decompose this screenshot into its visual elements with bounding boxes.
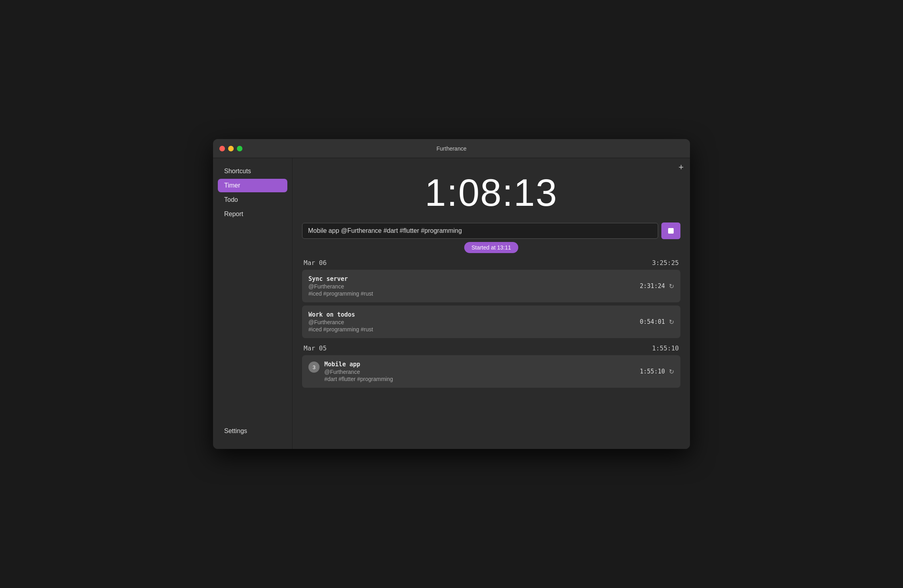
task-card-right: 0:54:01 ↻	[640, 318, 674, 326]
task-tags: #iced #programming #rust	[308, 326, 373, 333]
task-input[interactable]	[302, 223, 658, 239]
titlebar: Furtherance	[213, 139, 690, 158]
sidebar-nav: Shortcuts Timer Todo Report	[213, 164, 292, 424]
task-card-left: Work on todos @Furtherance #iced #progra…	[308, 311, 373, 333]
task-duration: 1:55:10	[640, 368, 665, 375]
date-header-mar06: Mar 06 3:25:25	[302, 259, 680, 267]
task-info: Sync server @Furtherance #iced #programm…	[308, 275, 373, 297]
task-card-left: Sync server @Furtherance #iced #programm…	[308, 275, 373, 297]
task-name: Mobile app	[324, 361, 393, 368]
task-card-sync-server[interactable]: Sync server @Furtherance #iced #programm…	[302, 270, 680, 302]
task-name: Work on todos	[308, 311, 373, 318]
add-button[interactable]: +	[678, 163, 684, 172]
stop-button[interactable]	[661, 222, 680, 239]
task-info: Mobile app @Furtherance #dart #flutter #…	[324, 361, 393, 382]
sidebar: Shortcuts Timer Todo Report Settings	[213, 158, 293, 449]
traffic-lights	[219, 146, 242, 151]
repeat-icon[interactable]: ↻	[669, 318, 674, 326]
task-card-work-todos[interactable]: Work on todos @Furtherance #iced #progra…	[302, 306, 680, 338]
repeat-icon[interactable]: ↻	[669, 368, 674, 375]
task-duration: 0:54:01	[640, 318, 665, 325]
sidebar-item-shortcuts[interactable]: Shortcuts	[218, 164, 287, 178]
timer-value: 1:08:13	[293, 171, 690, 215]
task-info: Work on todos @Furtherance #iced #progra…	[308, 311, 373, 333]
date-label-mar06: Mar 06	[304, 259, 327, 267]
task-card-left: 3 Mobile app @Furtherance #dart #flutter…	[308, 361, 393, 382]
date-total-mar06: 3:25:25	[652, 259, 679, 267]
task-project: @Furtherance	[308, 319, 373, 325]
app-window: Furtherance Shortcuts Timer Todo Report	[213, 139, 690, 449]
task-project: @Furtherance	[324, 369, 393, 375]
sidebar-item-settings[interactable]: Settings	[218, 424, 287, 438]
input-row	[293, 222, 690, 239]
sidebar-item-timer[interactable]: Timer	[218, 179, 287, 192]
sidebar-item-report[interactable]: Report	[218, 207, 287, 221]
started-badge: Started at 13:11	[293, 244, 690, 251]
minimize-button[interactable]	[228, 146, 234, 151]
main-content: + 1:08:13 Started at 13:11	[293, 158, 690, 449]
history-list: Mar 06 3:25:25 Sync server @Furtherance …	[293, 259, 690, 449]
date-group-mar05: Mar 05 1:55:10 3 Mobile app @Furtherance…	[302, 344, 680, 388]
sidebar-item-todo[interactable]: Todo	[218, 193, 287, 207]
date-total-mar05: 1:55:10	[652, 344, 679, 352]
date-header-mar05: Mar 05 1:55:10	[302, 344, 680, 352]
window-title: Furtherance	[436, 145, 466, 152]
timer-display: 1:08:13	[293, 158, 690, 222]
task-card-right: 1:55:10 ↻	[640, 368, 674, 375]
task-project: @Furtherance	[308, 283, 373, 290]
window-body: Shortcuts Timer Todo Report Settings	[213, 158, 690, 449]
date-group-mar06: Mar 06 3:25:25 Sync server @Furtherance …	[302, 259, 680, 338]
sidebar-bottom: Settings	[213, 424, 292, 443]
task-duration: 2:31:24	[640, 282, 665, 290]
task-card-right: 2:31:24 ↻	[640, 282, 674, 290]
task-tags: #iced #programming #rust	[308, 290, 373, 297]
task-card-mobile-app[interactable]: 3 Mobile app @Furtherance #dart #flutter…	[302, 355, 680, 388]
task-badge: 3	[308, 362, 320, 373]
repeat-icon[interactable]: ↻	[669, 282, 674, 290]
date-label-mar05: Mar 05	[304, 344, 327, 352]
stop-icon	[668, 228, 674, 234]
task-name: Sync server	[308, 275, 373, 282]
close-button[interactable]	[219, 146, 225, 151]
task-tags: #dart #flutter #programming	[324, 376, 393, 382]
maximize-button[interactable]	[237, 146, 242, 151]
